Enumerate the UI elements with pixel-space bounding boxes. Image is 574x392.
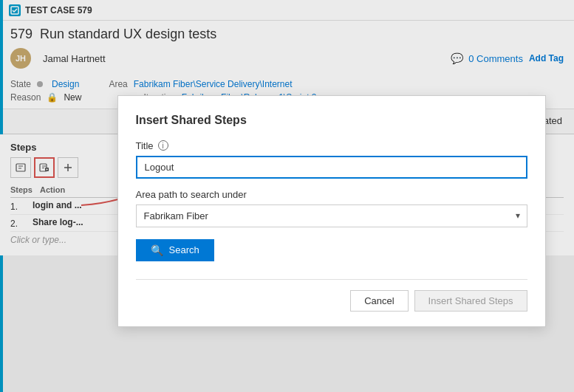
area-path-select[interactable]: Fabrikam Fiber <box>136 204 527 227</box>
area-path-wrapper: Fabrikam Fiber ▾ <box>136 204 527 227</box>
title-field-label: Title i <box>136 140 527 151</box>
dialog-overlay: Insert Shared Steps Title i Area path to… <box>0 0 574 392</box>
dialog-footer: Cancel Insert Shared Steps <box>136 279 527 312</box>
search-icon: 🔍 <box>151 244 163 256</box>
dialog-title: Insert Shared Steps <box>136 114 527 127</box>
cancel-button[interactable]: Cancel <box>350 290 408 312</box>
title-info-icon[interactable]: i <box>158 140 168 151</box>
title-input[interactable] <box>136 156 527 179</box>
insert-shared-steps-button-dialog[interactable]: Insert Shared Steps <box>414 290 527 312</box>
dialog: Insert Shared Steps Title i Area path to… <box>117 95 546 327</box>
area-path-label: Area path to search under <box>136 189 527 200</box>
search-button[interactable]: 🔍 Search <box>136 239 214 261</box>
